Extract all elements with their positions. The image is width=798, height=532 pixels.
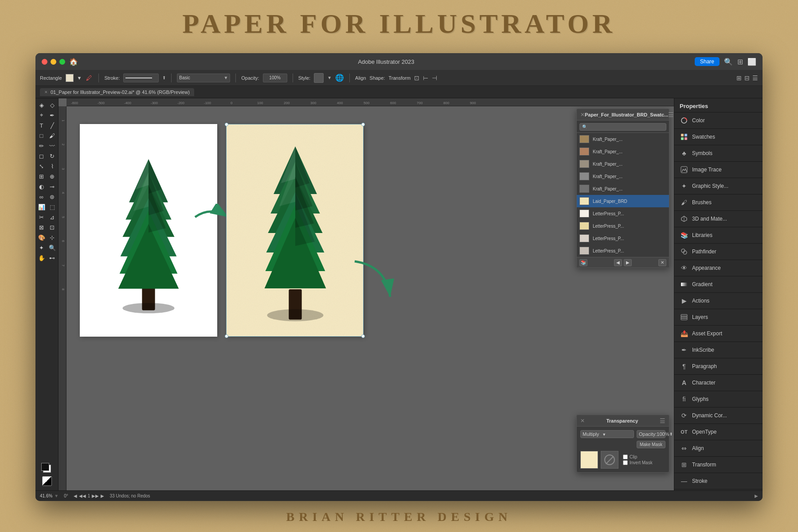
swatches-search[interactable] (577, 120, 669, 133)
align-icon2[interactable]: ⊢ (423, 74, 428, 82)
panel-item-image-trace[interactable]: Image Trace (674, 162, 763, 178)
panel-item-stroke[interactable]: — Stroke (674, 473, 763, 489)
select-tool[interactable]: ◈ (36, 100, 47, 110)
panel-item-transform[interactable]: ⊞ Transform (674, 457, 763, 473)
hand-tool[interactable]: ✋ (36, 253, 47, 263)
panel-item-inkscribe[interactable]: ✒ InkScribe (674, 342, 763, 358)
transparency-panel-menu[interactable]: ☰ (660, 417, 665, 424)
panel-item-color[interactable]: Color (674, 113, 763, 128)
eyedropper-tool[interactable]: ⊸ (47, 182, 58, 191)
smooth-tool[interactable]: 〰 (47, 141, 58, 151)
blend-tool[interactable]: ∞ (36, 192, 47, 202)
clip-checkbox[interactable]: Clip (623, 454, 653, 459)
warp-tool[interactable]: ⌇ (47, 161, 58, 171)
share-button[interactable]: Share (695, 57, 720, 66)
panel-item-appearance[interactable]: 👁 Appearance (674, 260, 763, 276)
pen-tool[interactable]: ✒ (47, 110, 58, 120)
transform-label[interactable]: Transform (388, 75, 411, 81)
menu-icon[interactable]: ☰ (752, 74, 758, 82)
home-icon[interactable]: 🏠 (70, 58, 78, 66)
rect-tool[interactable]: □ (36, 131, 47, 140)
maximize-button[interactable] (59, 59, 65, 65)
mesh-tool[interactable]: ⊠ (36, 222, 47, 232)
panel-item-actions[interactable]: ▶ Actions (674, 293, 763, 309)
stroke-arrows[interactable]: ⬆ (162, 75, 166, 80)
invert-mask-checkbox[interactable]: Invert Mask (623, 460, 653, 465)
search-icon[interactable]: 🔍 (724, 58, 733, 66)
stroke-input[interactable] (123, 74, 159, 82)
align-label[interactable]: Align (355, 75, 366, 81)
swatch-libraries-btn[interactable]: 📚 (579, 259, 587, 266)
zoom-tool[interactable]: 🔍 (47, 243, 58, 252)
tab-close-icon[interactable]: ✕ (44, 90, 48, 94)
minimize-button[interactable] (51, 59, 56, 65)
column-graph-tool[interactable]: 📊 (36, 202, 47, 212)
transparency-panel-close[interactable]: ✕ (580, 418, 585, 424)
grid-icon[interactable]: ⊞ (737, 58, 743, 66)
color-swatch-stack[interactable] (41, 463, 53, 474)
style-swatch[interactable] (314, 73, 324, 83)
swatches-panel-menu[interactable]: ☰ (668, 111, 674, 118)
shape-builder-tool[interactable]: ⊕ (47, 171, 58, 181)
fullscreen-icon[interactable]: ⬜ (747, 58, 756, 66)
swatch-next-btn[interactable]: ▶ (624, 259, 632, 266)
live-paint-tool[interactable]: 🎨 (36, 233, 47, 242)
panel-item-align[interactable]: ⇔ Align (674, 440, 763, 456)
swatch-item[interactable]: LetterPress_P... (577, 232, 669, 245)
panel-item-asset-export[interactable]: 📤 Asset Export (674, 326, 763, 342)
panel-item-3d[interactable]: 3D and Mate... (674, 211, 763, 227)
zoom-display[interactable]: 41.6% ▼ (40, 493, 59, 498)
panel-item-pathfinder[interactable]: Pathfinder (674, 244, 763, 260)
perspective-grid-tool[interactable]: ⊿ (47, 212, 58, 222)
page-arrows[interactable]: ◀◀ (79, 493, 86, 498)
swatches-search-input[interactable] (579, 123, 666, 131)
fill-swatch[interactable] (66, 74, 74, 82)
direct-select-tool[interactable]: ◇ (47, 100, 58, 110)
another-tool[interactable]: ⊷ (47, 253, 58, 263)
close-button[interactable] (42, 59, 47, 65)
panel-item-brushes[interactable]: 🖌 Brushes (674, 194, 763, 210)
line-tool[interactable]: ╱ (47, 120, 58, 130)
corner-handle-bl[interactable] (225, 334, 228, 338)
free-transform-tool[interactable]: ⊞ (36, 171, 47, 181)
panel-item-dynamic-cor[interactable]: ⟳ Dynamic Cor... (674, 408, 763, 423)
eraser-tool[interactable]: ◻ (36, 151, 47, 161)
grid-toggle-icon[interactable]: ⊞ (736, 74, 742, 82)
swatch-item[interactable]: Kraft_Paper_... (577, 170, 669, 183)
slice-tool[interactable]: ✂ (36, 212, 47, 222)
swatch-item[interactable]: LetterPress_P... (577, 220, 669, 232)
swatches-panel-close[interactable]: ✕ (580, 112, 585, 118)
corner-handle-tr[interactable] (361, 123, 365, 126)
canvas-area[interactable]: -600 -500 -400 -300 -200 -100 0 100 200 … (59, 98, 674, 490)
panel-item-character[interactable]: A Character (674, 375, 763, 391)
swap-colors-icon[interactable] (42, 476, 52, 486)
next-page-arrows[interactable]: ▶▶ (92, 493, 99, 498)
artboard-right[interactable] (226, 124, 364, 337)
align-icon1[interactable]: ⊡ (414, 74, 419, 82)
corner-handle-tl[interactable] (225, 123, 228, 126)
panel-item-swatches[interactable]: Swatches (674, 129, 763, 145)
type-tool[interactable]: T (36, 120, 47, 130)
swatch-item[interactable]: Kraft_Paper_... (577, 145, 669, 158)
swatch-prev-btn[interactable]: ◀ (614, 259, 622, 266)
swatch-delete-btn[interactable]: ✕ (658, 259, 666, 266)
live-paint-select-tool[interactable]: ⊹ (47, 233, 58, 242)
globe-icon[interactable]: 🌐 (335, 74, 344, 82)
align-icon3[interactable]: ⊣ (432, 74, 437, 82)
style-box[interactable]: Basic ▼ (177, 74, 230, 82)
panel-item-layers[interactable]: Layers (674, 309, 763, 325)
artboard-left[interactable] (80, 124, 217, 337)
symbol-sprayer-tool[interactable]: ⊛ (47, 192, 58, 202)
panel-item-symbols[interactable]: ♣ Symbols (674, 145, 763, 161)
panel-toggle-icon[interactable]: ⊟ (744, 74, 750, 82)
swatch-item[interactable]: LetterPress_P... (577, 245, 669, 257)
magic-wand-tool[interactable]: ✦ (36, 243, 47, 252)
panel-item-libraries[interactable]: 📚 Libraries (674, 227, 763, 243)
make-mask-button[interactable]: Make Mask (637, 441, 665, 448)
lasso-tool[interactable]: ⌖ (36, 110, 47, 120)
swatch-item[interactable]: Kraft_Paper_... (577, 183, 669, 195)
swatch-item-selected[interactable]: Laid_Paper_BRD (577, 195, 669, 207)
opacity-field[interactable]: Opacity: 100% ⬆ (637, 430, 665, 438)
corner-handle-br[interactable] (361, 334, 365, 338)
blend-mode-select[interactable]: Multiply ▼ (580, 430, 634, 438)
